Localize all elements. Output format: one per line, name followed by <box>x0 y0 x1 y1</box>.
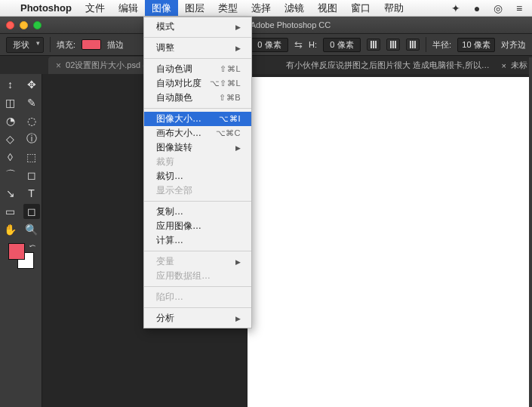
fg-color-swatch[interactable] <box>8 243 25 260</box>
menu-duplicate[interactable]: 复制… <box>144 205 251 219</box>
tab-document-1[interactable]: × 02设置图片大小.psd @ <box>48 57 158 74</box>
fill-label: 填充: <box>57 39 75 51</box>
swap-colors-icon[interactable]: ⤺ <box>29 242 35 250</box>
divider <box>144 286 251 287</box>
menu-reveal-all: 显示全部 <box>144 183 251 198</box>
cc-icon[interactable]: ◎ <box>491 2 505 14</box>
divider <box>144 307 251 308</box>
menu-variables: 变量 <box>144 254 251 269</box>
menu-edit[interactable]: 编辑 <box>112 0 145 16</box>
width-field[interactable]: 0 像素 <box>251 38 288 52</box>
menu-layer[interactable]: 图层 <box>178 0 211 16</box>
zoom-tool-icon[interactable]: 🔍 <box>23 222 40 237</box>
crop-tool-icon[interactable]: ◔ <box>2 113 19 128</box>
menu-apply-data: 应用数据组… <box>144 269 251 283</box>
menu-image-size[interactable]: 图像大小…⌥⌘I <box>144 112 251 126</box>
radius-field[interactable]: 10 像素 <box>457 38 495 52</box>
menu-icon[interactable]: ≡ <box>512 2 526 14</box>
healing-tool-icon[interactable]: ◇ <box>2 131 19 146</box>
pen-tool-icon[interactable]: ↘ <box>2 186 19 201</box>
menu-window[interactable]: 窗口 <box>344 0 377 16</box>
brush-tool-icon[interactable]: ⓘ <box>23 131 40 146</box>
titlebar: Adobe Photoshop CC <box>0 17 532 33</box>
menu-filter[interactable]: 滤镜 <box>278 0 311 16</box>
gradient-tool-icon[interactable]: ⌒ <box>2 168 19 183</box>
arrange-button[interactable] <box>406 39 420 51</box>
move-tool-icon[interactable]: ↕ <box>2 77 19 92</box>
workarea: ↕ ✥ ◫ ✎ ◔ ◌ ◇ ⓘ ◊ ⬚ ⌒ ◻ ↘ T ▭ ◻ ✋ 🔍 <box>0 74 532 407</box>
type-tool-icon[interactable]: T <box>23 186 40 201</box>
app-window: Adobe Photoshop CC 形状 填充: 描边 W: 0 像素 ⇆ H… <box>0 17 532 407</box>
menu-auto-color[interactable]: 自动颜色⇧⌘B <box>144 91 251 105</box>
close-tab-icon[interactable]: × <box>56 60 61 71</box>
divider <box>144 201 251 202</box>
menu-help[interactable]: 帮助 <box>377 0 411 16</box>
link-icon[interactable]: ⇆ <box>294 39 303 51</box>
tool-mode-select[interactable]: 形状 <box>6 37 44 53</box>
stamp-tool-icon[interactable]: ◊ <box>2 150 19 165</box>
window-title: Adobe Photoshop CC <box>251 20 331 29</box>
minimize-icon[interactable] <box>20 21 28 29</box>
menu-trim[interactable]: 裁切… <box>144 169 251 183</box>
marquee-tool-icon[interactable]: ◫ <box>2 95 19 110</box>
options-bar: 形状 填充: 描边 W: 0 像素 ⇆ H: 0 像素 半径: 10 像素 对齐… <box>0 33 532 56</box>
menu-image[interactable]: 图像 <box>145 0 178 16</box>
menu-image-rotation[interactable]: 图像旋转 <box>144 140 251 155</box>
menu-auto-contrast[interactable]: 自动对比度⌥⇧⌘L <box>144 76 251 91</box>
divider <box>50 37 51 52</box>
menu-mode[interactable]: 模式 <box>144 20 251 34</box>
align-edges-label[interactable]: 对齐边 <box>501 39 526 51</box>
document-tabs: × 02设置图片大小.psd @ 有小伙伴反应说拼图之后图片很大 造成电脑很卡,… <box>0 56 532 74</box>
eraser-tool-icon[interactable]: ⬚ <box>23 150 40 165</box>
app-name[interactable]: Photoshop <box>14 0 78 16</box>
eyedropper-tool-icon[interactable]: ◌ <box>23 113 40 128</box>
menu-file[interactable]: 文件 <box>78 0 112 16</box>
menu-type[interactable]: 类型 <box>211 0 244 16</box>
document-canvas[interactable] <box>248 77 532 407</box>
right-panel-edge <box>529 57 532 407</box>
airplane-icon[interactable]: ✦ <box>449 2 463 14</box>
close-icon[interactable] <box>6 21 14 29</box>
height-field[interactable]: 0 像素 <box>323 38 361 52</box>
color-swatches[interactable]: ⤺ <box>8 243 34 269</box>
image-menu-dropdown: 模式 调整 自动色调⇧⌘L 自动对比度⌥⇧⌘L 自动颜色⇧⌘B 图像大小…⌥⌘I… <box>143 17 252 328</box>
menu-analysis[interactable]: 分析 <box>144 311 251 325</box>
stroke-label: 描边 <box>107 39 124 51</box>
qq-icon[interactable]: ● <box>470 2 484 14</box>
divider <box>144 58 251 59</box>
divider <box>144 37 251 38</box>
blur-tool-icon[interactable]: ◻ <box>23 168 40 183</box>
path-tool-icon[interactable]: ▭ <box>2 204 19 219</box>
zoom-icon[interactable] <box>33 21 42 29</box>
toolbox: ↕ ✥ ◫ ✎ ◔ ◌ ◇ ⓘ ◊ ⬚ ⌒ ◻ ↘ T ▭ ◻ ✋ 🔍 <box>0 74 42 407</box>
align-button[interactable] <box>386 39 400 51</box>
menu-canvas-size[interactable]: 画布大小…⌥⌘C <box>144 126 251 140</box>
menu-select[interactable]: 选择 <box>244 0 278 16</box>
tab-label: 02设置图片大小.psd @ <box>66 60 151 71</box>
hand-tool-icon[interactable]: ✋ <box>2 222 19 237</box>
menu-adjustments[interactable]: 调整 <box>144 41 251 55</box>
close-tab-icon[interactable]: × <box>502 61 506 70</box>
radius-label: 半径: <box>432 39 451 51</box>
menu-extras: ✦ ● ◎ ≡ <box>449 2 526 14</box>
path-ops-button[interactable] <box>367 39 380 51</box>
rectangle-tool-icon[interactable]: ◻ <box>23 204 40 219</box>
divider <box>426 37 426 52</box>
canvas-stage <box>42 74 532 407</box>
divider <box>144 251 251 251</box>
menu-calculations[interactable]: 计算… <box>144 233 251 248</box>
menu-trap: 陷印… <box>144 290 251 304</box>
menu-crop: 裁剪 <box>144 155 251 169</box>
fill-swatch[interactable] <box>81 39 101 50</box>
overflow-note: 有小伙伴反应说拼图之后图片很大 造成电脑很卡,所以图片大小的设置也是很… <box>286 60 497 71</box>
window-controls <box>6 21 42 29</box>
lasso-tool-icon[interactable]: ✎ <box>23 95 40 110</box>
menu-apply-image[interactable]: 应用图像… <box>144 219 251 233</box>
tab-untitled[interactable]: 未标 <box>511 60 527 71</box>
menu-view[interactable]: 视图 <box>311 0 344 16</box>
h-label: H: <box>309 40 317 49</box>
mac-menubar: Photoshop 文件 编辑 图像 图层 类型 选择 滤镜 视图 窗口 帮助 … <box>0 0 532 17</box>
menu-auto-tone[interactable]: 自动色调⇧⌘L <box>144 62 251 76</box>
divider <box>144 108 251 109</box>
artboard-tool-icon[interactable]: ✥ <box>23 77 40 92</box>
